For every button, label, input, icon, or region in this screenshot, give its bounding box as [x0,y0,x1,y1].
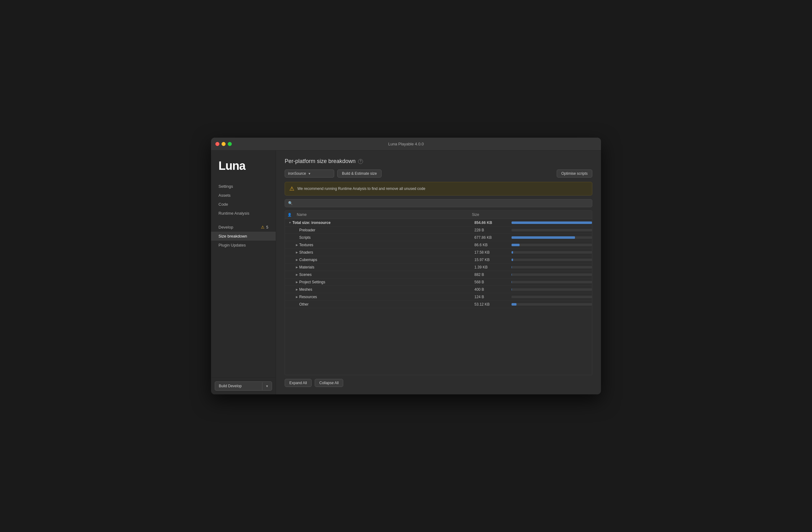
row-toggle[interactable]: ▶ [294,288,299,291]
develop-label: Develop [218,225,233,230]
row-size: 17.58 KB [474,250,511,254]
row-size: 15.97 KB [474,258,511,262]
table-row[interactable]: ▶ Textures 86.6 KB [285,241,592,249]
luna-logo: Luna [218,159,268,173]
row-bar-container [511,258,592,261]
row-toggle[interactable]: ▶ [294,243,299,247]
row-name: Textures [299,243,474,247]
sidebar: Luna Settings Assets Code Runtime Analys… [211,151,276,394]
sidebar-item-code[interactable]: Code [211,200,276,209]
row-name: Meshes [299,287,474,292]
develop-badge-count: 5 [266,225,268,230]
row-bar-container [511,244,592,246]
row-toggle[interactable]: ▶ [294,266,299,269]
total-row-toggle[interactable]: ▼ [288,221,292,224]
toolbar: ironSource ▼ Build & Estimate size Optim… [285,169,592,178]
total-row-bar [511,221,592,224]
search-input[interactable] [295,201,589,205]
table-header: 👤 Name Size [285,211,592,219]
sidebar-item-develop[interactable]: Develop ⚠ 5 [211,223,276,232]
main-panel: Per-platform size breakdown ? ironSource… [276,151,601,394]
row-name: Shaders [299,250,474,254]
table-row[interactable]: Preloader 228 B [285,226,592,234]
platform-select-arrow-icon: ▼ [308,172,311,175]
warning-banner: ⚠ We recommend running Runtime Analysis … [285,182,592,195]
bottom-bar: Expand All Collapse All [285,375,592,387]
row-bar-container [511,236,592,239]
sidebar-item-runtime-analysis[interactable]: Runtime Analysis [211,209,276,218]
table-row[interactable]: Other 53.12 KB [285,301,592,308]
row-bar-container [511,288,592,291]
row-toggle[interactable]: ▶ [294,273,299,276]
row-toggle[interactable]: ▶ [294,251,299,254]
sidebar-item-assets[interactable]: Assets [211,191,276,200]
row-name: Project Settings [299,280,474,284]
page-header: Per-platform size breakdown ? [285,158,592,165]
row-bar-container [511,266,592,268]
total-row-size: 854.66 KB [474,221,511,225]
develop-section: Develop ⚠ 5 Size breakdown Plugin Update… [211,223,276,250]
tree-header-icon: 👤 [288,213,292,217]
app-window: Luna Playable 4.0.0 Luna Settings Assets… [211,138,601,394]
row-toggle[interactable]: ▶ [294,281,299,284]
maximize-button[interactable] [228,142,232,146]
table-row[interactable]: ▶ Meshes 400 B [285,286,592,293]
sidebar-nav: Settings Assets Code Runtime Analysis De… [211,179,276,378]
traffic-lights [215,142,232,146]
row-size: 677.86 KB [474,235,511,240]
table-row[interactable]: ▶ Materials 1.39 KB [285,264,592,271]
titlebar-title: Luna Playable 4.0.0 [388,142,424,146]
minimize-button[interactable] [221,142,226,146]
row-bar-container [511,229,592,231]
table-row[interactable]: ▶ Cubemaps 15.97 KB [285,256,592,264]
row-name: Other [299,302,474,307]
table-row[interactable]: ▶ Scenes 882 B [285,271,592,278]
row-name: Cubemaps [299,258,474,262]
sidebar-item-plugin-updates[interactable]: Plugin Updates [211,241,276,250]
row-size: 1.39 KB [474,265,511,269]
col-name-header: Name [294,212,472,217]
page-title: Per-platform size breakdown [285,158,356,165]
row-name: Scripts [299,235,474,240]
help-icon[interactable]: ? [358,159,363,164]
row-size: 400 B [474,287,511,292]
table-row[interactable]: ▶ Shaders 17.58 KB [285,249,592,256]
warning-message: We recommend running Runtime Analysis to… [298,187,425,191]
build-develop-button[interactable]: Build Develop ▼ [215,381,272,391]
build-estimate-button[interactable]: Build & Estimate size [337,169,381,178]
row-size: 228 B [474,228,511,232]
table-row[interactable]: ▶ Resources 124 B [285,293,592,301]
search-icon: 🔍 [288,201,293,205]
table-row-total[interactable]: ▼ Total size: ironsource 854.66 KB [285,219,592,226]
close-button[interactable] [215,142,219,146]
table-row[interactable]: Scripts 677.86 KB [285,234,592,241]
build-button-arrow-icon[interactable]: ▼ [262,382,272,390]
row-size: 124 B [474,295,511,299]
titlebar: Luna Playable 4.0.0 [211,138,601,151]
platform-select[interactable]: ironSource ▼ [285,169,334,178]
main-content: Luna Settings Assets Code Runtime Analys… [211,151,601,394]
table-row[interactable]: ▶ Project Settings 568 B [285,278,592,286]
sidebar-item-settings[interactable]: Settings [211,182,276,191]
row-size: 53.12 KB [474,302,511,307]
row-toggle[interactable]: ▶ [294,295,299,298]
row-bar-container [511,274,592,276]
sidebar-item-size-breakdown[interactable]: Size breakdown [211,232,276,241]
search-bar: 🔍 [285,199,592,207]
expand-all-button[interactable]: Expand All [285,379,311,387]
row-toggle[interactable]: ▶ [294,258,299,261]
collapse-all-button[interactable]: Collapse All [315,379,344,387]
row-bar-container [511,281,592,283]
sidebar-logo-area: Luna [211,151,276,179]
total-row-name: Total size: ironsource [292,221,474,225]
optimise-scripts-button[interactable]: Optimise scripts [557,169,592,178]
row-bar-container [511,251,592,254]
row-name: Scenes [299,272,474,277]
build-button-label: Build Develop [215,382,262,390]
row-name: Resources [299,295,474,299]
row-size: 568 B [474,280,511,284]
develop-badge: ⚠ 5 [261,225,268,230]
warning-triangle-icon: ⚠ [289,185,294,192]
warning-icon: ⚠ [261,225,264,230]
row-bar-container [511,303,592,306]
